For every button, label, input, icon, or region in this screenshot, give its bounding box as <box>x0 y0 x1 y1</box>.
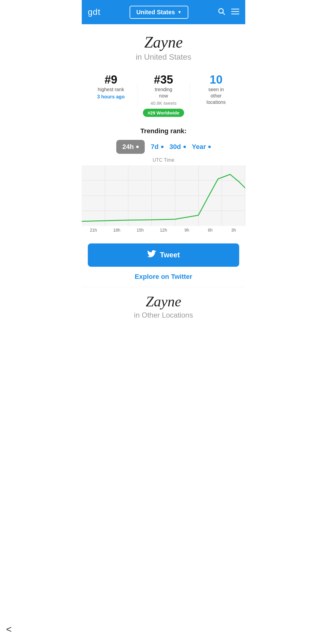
tweet-button-label: Tweet <box>160 251 180 259</box>
search-icon[interactable] <box>217 7 225 17</box>
explore-twitter-link[interactable]: Explore on Twitter <box>82 267 245 287</box>
header-icons <box>217 7 239 17</box>
chart-label-6h: 6h <box>199 228 222 233</box>
topic-header: Zayne in United States <box>82 24 245 65</box>
menu-icon[interactable] <box>231 8 239 16</box>
topic-name: Zayne <box>88 33 239 51</box>
tab-30d-label: 30d <box>170 143 181 151</box>
tab-24h-dot <box>136 146 139 148</box>
tab-year[interactable]: Year <box>192 143 211 151</box>
location-label: United States <box>136 9 175 16</box>
tab-year-label: Year <box>192 143 206 151</box>
other-locations-label: seen inotherlocations <box>206 87 226 105</box>
topic-location: in United States <box>88 52 239 62</box>
tab-7d-label: 7d <box>151 143 159 151</box>
stats-row: #9 highest rank 3 hours ago #35 trending… <box>82 65 245 120</box>
chart-label-18h: 18h <box>105 228 128 233</box>
chevron-down-icon: ▼ <box>177 10 182 15</box>
utc-label: UTC Time <box>82 157 245 165</box>
stat-other-locations: 10 seen inotherlocations <box>190 74 242 105</box>
chart-label-3h: 3h <box>222 228 245 233</box>
tab-7d-dot <box>161 146 164 148</box>
app-header: gdt United States ▼ <box>82 0 245 24</box>
tab-24h-label: 24h <box>122 143 134 151</box>
app-logo: gdt <box>88 7 101 17</box>
chart-label-12h: 12h <box>152 228 175 233</box>
highest-rank-label: highest rank <box>98 87 124 93</box>
highest-rank-number: #9 <box>104 74 117 85</box>
tab-year-dot <box>208 146 211 148</box>
highest-rank-time: 3 hours ago <box>97 94 125 100</box>
tab-7d[interactable]: 7d <box>151 143 164 151</box>
trending-rank-label: trendingnow <box>155 87 172 99</box>
chart-label-21h: 21h <box>82 228 105 233</box>
chart-x-labels: 21h 18h 15h 12h 9h 6h 3h <box>82 226 245 236</box>
chart-line <box>82 165 245 226</box>
tab-30d-dot <box>183 146 186 148</box>
stat-highest-rank: #9 highest rank 3 hours ago <box>85 74 137 100</box>
time-tabs: 24h 7d 30d Year <box>82 140 245 157</box>
bottom-topic-name: Zayne <box>88 293 239 310</box>
tab-24h[interactable]: 24h <box>116 140 145 154</box>
stat-trending-now: #35 trendingnow 40.8K tweets #29 Worldwi… <box>137 74 190 117</box>
worldwide-badge: #29 Worldwide <box>143 109 184 117</box>
tab-30d[interactable]: 30d <box>170 143 186 151</box>
chart-label-15h: 15h <box>128 228 152 233</box>
trending-rank-title: Trending rank: <box>82 120 245 140</box>
svg-line-1 <box>223 13 225 15</box>
tweet-count: 40.8K tweets <box>150 101 177 106</box>
tweet-button[interactable]: Tweet <box>88 243 239 267</box>
trending-chart <box>82 165 245 226</box>
trending-rank-number: #35 <box>154 74 173 85</box>
location-selector[interactable]: United States ▼ <box>130 6 188 19</box>
other-locations-number: 10 <box>210 74 223 85</box>
chart-label-9h: 9h <box>175 228 199 233</box>
twitter-bird-icon <box>147 250 156 260</box>
bottom-topic-location: in Other Locations <box>88 311 239 325</box>
bottom-section: Zayne in Other Locations <box>82 287 245 325</box>
